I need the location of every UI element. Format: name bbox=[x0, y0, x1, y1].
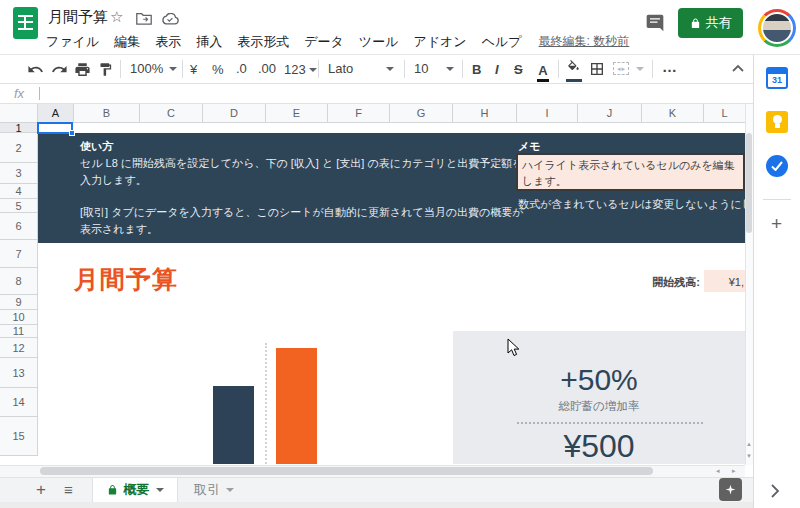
memo-highlighted-cell[interactable]: ハイライト表示されているセルのみを編集します。 bbox=[516, 153, 745, 191]
tab-transactions-label: 取引 bbox=[194, 481, 220, 499]
row-header-11[interactable]: 11 bbox=[0, 325, 38, 338]
row-header-10[interactable]: 10 bbox=[0, 310, 38, 325]
row-header-2[interactable]: 2 bbox=[0, 133, 38, 163]
star-icon[interactable]: ☆ bbox=[110, 8, 123, 26]
menu-view[interactable]: 表示 bbox=[155, 33, 181, 51]
increase-decimal-button[interactable]: .00 bbox=[258, 61, 276, 76]
row-header-9[interactable]: 9 bbox=[0, 295, 38, 310]
scroll-left-icon[interactable]: ◂ bbox=[716, 467, 720, 475]
chevron-down-icon bbox=[386, 67, 394, 71]
menu-tools[interactable]: ツール bbox=[359, 33, 399, 51]
cloud-status-icon[interactable] bbox=[161, 13, 179, 25]
row-header-5[interactable]: 5 bbox=[0, 199, 38, 213]
selection-fill-handle[interactable] bbox=[69, 130, 75, 136]
column-header-F[interactable]: F bbox=[328, 104, 390, 123]
font-size-select[interactable]: 10 bbox=[414, 61, 454, 76]
share-button[interactable]: 共有 bbox=[678, 8, 743, 38]
tasks-icon[interactable] bbox=[766, 155, 788, 177]
column-header-L[interactable]: L bbox=[704, 104, 745, 123]
selected-cell-A1[interactable] bbox=[37, 122, 73, 134]
last-edit-link[interactable]: 最終編集: 数秒前 bbox=[539, 33, 630, 50]
row-header-12[interactable]: 12 bbox=[0, 338, 38, 358]
tab-overview-active[interactable]: 概要 bbox=[92, 478, 178, 502]
fill-color-button[interactable] bbox=[566, 60, 582, 82]
column-header-G[interactable]: G bbox=[390, 104, 453, 123]
formula-bar[interactable] bbox=[0, 84, 753, 103]
column-header-D[interactable]: D bbox=[203, 104, 266, 123]
menu-insert[interactable]: 挿入 bbox=[196, 33, 222, 51]
column-header-C[interactable]: C bbox=[140, 104, 203, 123]
sheets-logo-icon[interactable] bbox=[13, 7, 38, 39]
get-addons-button[interactable]: + bbox=[771, 213, 782, 235]
row-header-8[interactable]: 8 bbox=[0, 268, 38, 295]
undo-icon[interactable] bbox=[27, 61, 44, 78]
more-toolbar-button[interactable]: … bbox=[662, 58, 678, 75]
redo-icon[interactable] bbox=[51, 61, 68, 78]
format-currency-button[interactable]: ¥ bbox=[190, 62, 197, 77]
text-color-button[interactable]: A bbox=[537, 61, 549, 82]
move-to-folder-icon[interactable] bbox=[136, 12, 152, 25]
instructions-heading: 使い方 bbox=[80, 139, 113, 154]
google-sheets-window: 月間予算 ☆ ファイル 編集 表示 挿入 表示形式 データ ツール アドオン ヘ… bbox=[0, 0, 800, 508]
doc-title[interactable]: 月間予算 bbox=[48, 8, 108, 27]
merge-options-chevron-icon[interactable] bbox=[636, 67, 644, 71]
tab-transactions[interactable]: 取引 bbox=[178, 478, 250, 502]
vertical-scrollbar-thumb[interactable] bbox=[746, 133, 752, 233]
horizontal-scrollbar-thumb[interactable] bbox=[40, 467, 653, 475]
row-header-13[interactable]: 13 bbox=[0, 358, 38, 388]
row-header-1[interactable]: 1 bbox=[0, 123, 38, 133]
grid-corner[interactable] bbox=[0, 104, 38, 123]
row-header-3[interactable]: 3 bbox=[0, 163, 38, 184]
hide-side-panel-icon[interactable] bbox=[771, 484, 780, 498]
italic-button[interactable]: I bbox=[495, 62, 499, 77]
column-header-E[interactable]: E bbox=[266, 104, 328, 123]
column-header-I[interactable]: I bbox=[517, 104, 578, 123]
scroll-up-icon[interactable]: ▲ bbox=[746, 441, 752, 447]
row-header-6[interactable]: 6 bbox=[0, 213, 38, 240]
format-percent-button[interactable]: % bbox=[212, 62, 224, 77]
menu-addons[interactable]: アドオン bbox=[413, 33, 466, 51]
column-header-K[interactable]: K bbox=[642, 104, 704, 123]
menu-format[interactable]: 表示形式 bbox=[237, 33, 289, 51]
calendar-icon[interactable]: 31 bbox=[766, 67, 788, 89]
row-header-14[interactable]: 14 bbox=[0, 388, 38, 417]
menu-help[interactable]: ヘルプ bbox=[482, 33, 522, 51]
stat-amount: ¥500 bbox=[453, 428, 745, 465]
paint-format-icon[interactable] bbox=[98, 61, 113, 78]
toolbar-divider bbox=[558, 60, 559, 78]
column-header-A[interactable]: A bbox=[38, 104, 74, 123]
zoom-select[interactable]: 100% bbox=[130, 61, 174, 76]
bold-button[interactable]: B bbox=[472, 62, 481, 77]
borders-icon[interactable] bbox=[589, 61, 605, 77]
number-format-button[interactable]: 123 bbox=[284, 62, 317, 77]
column-header-H[interactable]: H bbox=[453, 104, 517, 123]
tab-menu-chevron-icon[interactable] bbox=[226, 488, 234, 492]
row-header-15[interactable]: 15 bbox=[0, 417, 38, 456]
tab-menu-chevron-icon[interactable] bbox=[156, 488, 164, 492]
formula-bar-cursor bbox=[39, 87, 40, 100]
strikethrough-button[interactable]: S bbox=[514, 62, 523, 77]
menu-file[interactable]: ファイル bbox=[46, 33, 99, 51]
add-sheet-button[interactable]: + bbox=[36, 481, 46, 498]
toolbar-divider bbox=[404, 60, 405, 78]
row-header-7[interactable]: 7 bbox=[0, 240, 38, 268]
menu-edit[interactable]: 編集 bbox=[114, 33, 140, 51]
decrease-decimal-button[interactable]: .0 bbox=[236, 61, 247, 76]
keep-icon[interactable] bbox=[766, 111, 788, 133]
scroll-right-icon[interactable]: ▸ bbox=[732, 467, 736, 475]
menu-data[interactable]: データ bbox=[304, 33, 344, 51]
font-family-select[interactable]: Lato bbox=[328, 61, 394, 76]
row-header-4[interactable]: 4 bbox=[0, 184, 38, 199]
collapse-toolbar-icon[interactable] bbox=[732, 64, 744, 72]
explore-button[interactable] bbox=[719, 478, 742, 501]
print-icon[interactable] bbox=[74, 61, 91, 78]
column-header-B[interactable]: B bbox=[74, 104, 140, 123]
scroll-down-icon[interactable]: ▼ bbox=[746, 453, 752, 459]
toolbar-divider bbox=[318, 60, 319, 78]
comments-icon[interactable] bbox=[644, 13, 666, 33]
menu-bar: ファイル 編集 表示 挿入 表示形式 データ ツール アドオン ヘルプ 最終編集… bbox=[46, 31, 629, 52]
column-header-J[interactable]: J bbox=[578, 104, 642, 123]
all-sheets-button[interactable]: ≡ bbox=[64, 481, 73, 498]
avatar[interactable] bbox=[758, 9, 796, 47]
merge-cells-icon[interactable]: ◂▸ bbox=[613, 62, 629, 75]
